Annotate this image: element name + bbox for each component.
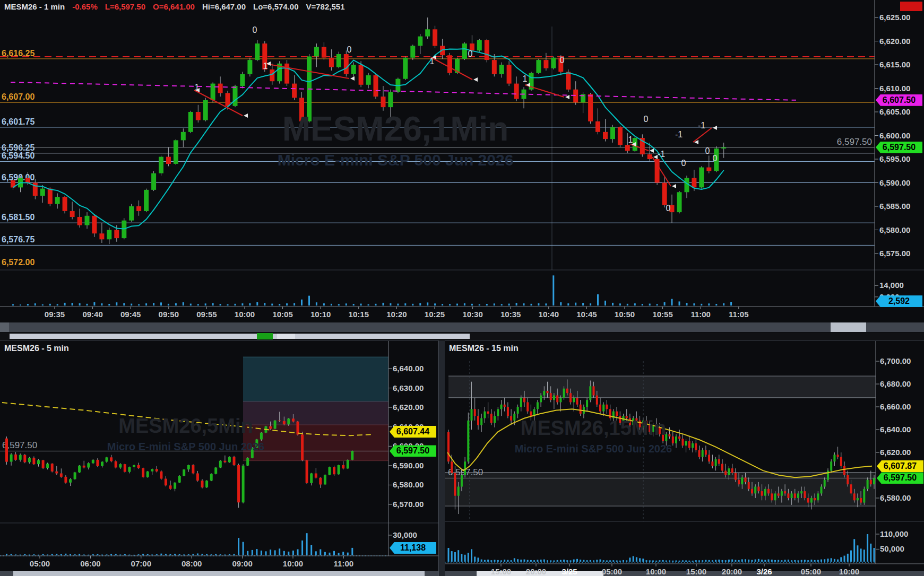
trading-workspace: 6,616.256,607.006,601.756,596.256,594.50…	[0, 0, 924, 576]
time-axis-label: 09:50	[149, 310, 189, 319]
scrollbar-5min[interactable]	[0, 571, 438, 576]
time-axis-label: 11:00	[323, 559, 364, 568]
price-axis-tick: 6,660.00	[880, 402, 911, 411]
delta-annotation: 1	[523, 74, 528, 83]
header-field: Lo=6,574.00	[253, 2, 298, 11]
trendline-marker	[350, 76, 355, 81]
price-badge: 6,597.50	[877, 472, 923, 484]
scrollbar-1min[interactable]	[0, 322, 924, 332]
time-axis-label: 06:00	[70, 559, 110, 568]
scrollbar-left-button[interactable]	[0, 322, 9, 332]
splitter-fragment-white	[277, 334, 295, 339]
price-axis-tick: 6,625.00	[879, 13, 910, 22]
chart-header-1min: MESM26 - 1 min-0.65%L=6,597.50O=6,641.00…	[4, 2, 352, 11]
zigzag-trendline	[693, 128, 712, 142]
supply-demand-zone	[243, 402, 388, 425]
trendline-marker	[473, 77, 478, 82]
time-axis-label: 10:00	[273, 559, 313, 568]
time-axis-label: 10:20	[376, 310, 417, 319]
price-axis-tick: 6,570.00	[393, 500, 424, 509]
time-axis-label: 10:45	[566, 310, 607, 319]
splitter-handle[interactable]	[10, 334, 470, 339]
delta-annotation: 0	[468, 49, 473, 58]
time-axis-label: 10:55	[643, 310, 683, 319]
delta-annotation: 1	[195, 83, 200, 92]
price-level-label: 6,572.00	[2, 258, 34, 267]
panel-5min: 6,597.50 MESM26 - 5 min 6,640.006,630.00…	[0, 341, 438, 576]
panel-1min: 6,616.256,607.006,601.756,596.256,594.50…	[0, 0, 924, 333]
window-splitter[interactable]	[0, 333, 924, 341]
time-axis-label: 11:00	[680, 310, 721, 319]
price-axis-tick: 6,600.00	[879, 131, 910, 140]
time-axis-label: 09:45	[110, 310, 151, 319]
price-axis-tick: 6,580.00	[880, 493, 911, 502]
price-level-label: 6,596.25	[2, 143, 34, 152]
price-badge: 6,607.87	[877, 460, 923, 472]
alert-red-box[interactable]	[900, 2, 922, 11]
price-axis-tick: 6,615.00	[879, 60, 910, 69]
time-axis-label: 10:05	[263, 310, 303, 319]
delta-annotation: -1	[658, 150, 665, 159]
delta-annotation: 0	[347, 45, 352, 54]
delta-annotation: -1	[698, 121, 705, 130]
panel-15min: 6,597.50 MESM26 - 15 min 6,700.006,680.0…	[445, 341, 924, 576]
header-field: V=782,551	[306, 2, 345, 11]
time-axis-label: 09:35	[34, 310, 75, 319]
price-level-label: 6,607.00	[2, 92, 34, 101]
delta-annotation: 0	[681, 159, 686, 168]
price-badge: 6,607.50	[876, 94, 922, 106]
price-axis-tick: 6,590.00	[393, 461, 424, 470]
time-axis-label: 07:00	[121, 559, 161, 568]
price-axis-tick: 6,580.00	[393, 480, 424, 489]
chart-1min-canvas[interactable]: 6,616.256,607.006,601.756,596.256,594.50…	[0, 0, 924, 333]
price-axis-tick: 6,620.00	[879, 37, 910, 46]
header-field: O=6,641.00	[153, 2, 195, 11]
trendline-marker	[244, 114, 248, 118]
time-axis-label: 10:00	[636, 567, 676, 576]
price-axis-tick: 6,610.00	[879, 84, 910, 93]
price-badge: 6,597.50	[876, 142, 922, 153]
time-axis-label: 08:00	[171, 559, 212, 568]
time-axis-label: 09:40	[73, 310, 113, 319]
delta-annotation: 0	[705, 146, 710, 155]
price-axis-tick: 6,585.00	[879, 202, 910, 211]
scrollbar-thumb-1min[interactable]	[831, 322, 866, 332]
delta-annotation: 0	[713, 154, 718, 163]
time-axis-label: 3/26	[744, 567, 784, 576]
price-level-label: 6,616.25	[2, 49, 34, 58]
time-axis-label: 10:30	[453, 310, 493, 319]
price-level-label: 6,581.50	[2, 213, 34, 222]
chart-5min-canvas[interactable]: 6,597.50	[0, 341, 438, 576]
price-axis-tick: 6,700.00	[880, 356, 911, 365]
delta-annotation: 0	[644, 115, 649, 124]
trendline-marker	[653, 155, 658, 159]
trendline-marker	[672, 184, 676, 188]
price-level-label: 6,601.75	[2, 117, 34, 126]
price-axis-tick: 6,595.00	[879, 154, 910, 163]
price-axis-tick: 6,620.00	[393, 403, 424, 412]
delta-annotation: 1	[628, 135, 633, 144]
time-axis-label: 05:00	[592, 567, 632, 576]
delta-annotation: 1	[430, 57, 435, 66]
price-level-label: 6,576.75	[2, 235, 34, 244]
volume-axis-tick: 14,000	[879, 281, 904, 290]
supply-demand-zone	[448, 376, 876, 398]
price-axis-tick: 6,575.00	[879, 249, 910, 258]
time-axis-label: 3/25	[549, 567, 590, 576]
time-axis-label: 11:05	[719, 310, 759, 319]
time-axis-label: 05:00	[20, 559, 60, 568]
volume-badge: 2,592	[876, 295, 922, 307]
price-axis-tick: 6,590.00	[879, 178, 910, 187]
time-axis-label: 15:00	[481, 567, 521, 576]
scrollbar-thumb-5min[interactable]	[13, 571, 425, 576]
header-field: L=6,597.50	[105, 2, 145, 11]
price-axis-tick: 6,630.00	[393, 383, 424, 392]
chart-15min-canvas[interactable]: 6,597.50	[445, 341, 924, 576]
time-axis-label: 10:25	[414, 310, 455, 319]
price-axis-tick: 6,640.00	[393, 364, 424, 373]
time-axis-label: 10:00	[829, 567, 869, 576]
header-field: Hi=6,647.00	[202, 2, 246, 11]
time-axis-label: 10:00	[224, 310, 265, 319]
volume-badge: 11,138	[390, 542, 436, 554]
volume-axis-tick: 30,000	[393, 530, 417, 539]
